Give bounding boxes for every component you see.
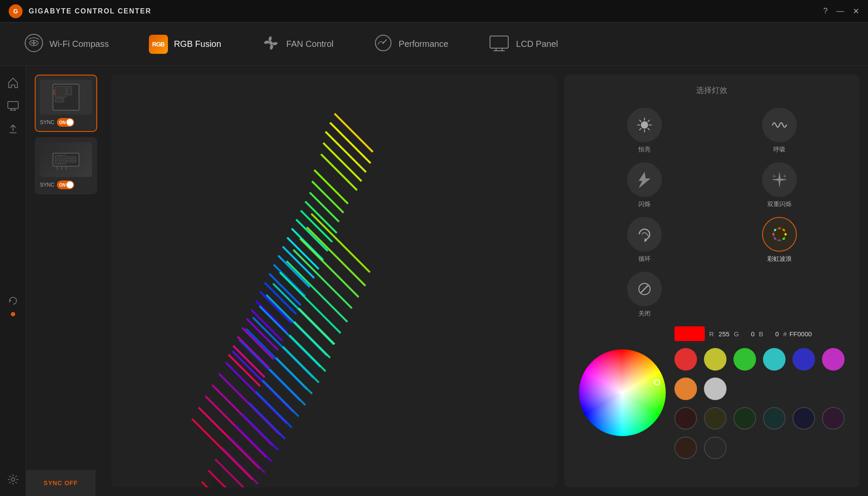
rainbow-visualization <box>111 75 557 487</box>
effect-off[interactable]: 关闭 <box>583 272 705 318</box>
color-wheel-container[interactable] <box>579 349 666 436</box>
effect-double-flash-btn[interactable] <box>762 162 797 197</box>
nav-fan[interactable]: FAN Control <box>254 29 341 59</box>
svg-line-83 <box>208 470 244 487</box>
app-logo: G <box>9 4 23 18</box>
effect-flash[interactable]: 闪烁 <box>583 162 705 208</box>
nav-performance[interactable]: Performance <box>367 29 456 59</box>
minimize-button[interactable]: — <box>836 7 844 16</box>
gpu-image <box>40 142 92 177</box>
svg-line-74 <box>269 369 305 405</box>
effect-breathing-label: 呼吸 <box>773 146 786 154</box>
effect-off-btn[interactable] <box>627 272 662 306</box>
gpu-toggle-label: ON <box>59 183 66 187</box>
sidebar-monitor[interactable] <box>3 96 23 115</box>
bright-swatch-7[interactable] <box>704 378 727 400</box>
sync-off-button[interactable]: SYNC OFF <box>44 480 78 486</box>
effect-constant[interactable]: 恒亮 <box>583 108 705 154</box>
dark-swatch-4[interactable] <box>792 407 815 430</box>
nav-lcd[interactable]: LCD Panel <box>481 29 565 59</box>
effect-rainbow-btn[interactable] <box>762 217 797 252</box>
svg-point-95 <box>778 227 780 230</box>
motherboard-toggle[interactable]: ON <box>57 118 74 127</box>
effect-double-flash[interactable]: 双重闪烁 <box>718 162 840 208</box>
bright-swatch-5[interactable] <box>822 348 845 371</box>
wifi-icon <box>24 33 43 55</box>
bright-swatch-6[interactable] <box>674 378 697 400</box>
dark-swatch-2[interactable] <box>733 407 756 430</box>
b-value[interactable]: 0 <box>766 330 779 338</box>
control-panel: 选择灯效 <box>564 75 859 487</box>
g-field: G 0 <box>734 330 755 338</box>
rgb-inputs: R 255 G 0 B 0 # FF0000 <box>674 326 845 459</box>
performance-icon <box>374 33 393 55</box>
b-field: B 0 <box>759 330 779 338</box>
r-value[interactable]: 255 <box>717 330 730 338</box>
fan-icon <box>261 33 280 55</box>
sidebar-update[interactable] <box>3 120 23 139</box>
nav-rgb[interactable]: RGB RGB Fusion <box>142 30 228 58</box>
nav-wifi[interactable]: Wi-Fi Compass <box>17 29 116 59</box>
bright-swatch-4[interactable] <box>792 348 815 371</box>
content-area: SYNC ON <box>26 66 868 496</box>
notification-dot <box>11 312 15 316</box>
color-wheel[interactable] <box>579 349 666 436</box>
effect-constant-btn[interactable] <box>627 108 662 142</box>
hex-value[interactable]: FF0000 <box>789 330 812 338</box>
close-button[interactable]: ✕ <box>853 7 859 16</box>
sync-off-bar[interactable]: SYNC OFF <box>26 470 95 496</box>
nav-performance-label: Performance <box>399 39 449 49</box>
effects-grid: 恒亮 呼吸 <box>575 108 849 318</box>
svg-point-85 <box>641 122 648 128</box>
gpu-sync-label: SYNC <box>40 182 54 188</box>
effect-double-flash-label: 双重闪烁 <box>767 200 792 208</box>
dark-swatch-5[interactable] <box>822 407 845 430</box>
sidebar-home[interactable] <box>3 73 23 92</box>
dark-swatches <box>674 407 845 459</box>
svg-line-43 <box>256 301 287 332</box>
svg-point-7 <box>11 478 15 481</box>
device-gpu[interactable]: SYNC ON <box>35 137 97 194</box>
bright-swatches <box>674 348 845 400</box>
dark-swatch-7[interactable] <box>704 437 727 459</box>
dark-swatch-3[interactable] <box>763 407 786 430</box>
effect-rainbow-label: 彩虹波浪 <box>767 255 792 263</box>
effect-cycle[interactable]: 循环 <box>583 217 705 263</box>
effect-constant-label: 恒亮 <box>638 146 651 154</box>
motherboard-image <box>40 80 92 115</box>
sidebar-settings[interactable] <box>3 470 23 489</box>
help-button[interactable]: ? <box>823 7 828 16</box>
svg-point-18 <box>59 158 62 161</box>
svg-line-72 <box>283 347 319 383</box>
b-label: B <box>759 330 763 338</box>
effect-flash-btn[interactable] <box>627 162 662 197</box>
nav-rgb-label: RGB Fusion <box>174 39 221 49</box>
sidebar-refresh[interactable] <box>3 291 23 310</box>
device-motherboard[interactable]: SYNC ON <box>35 75 97 132</box>
effect-rainbow[interactable]: 彩虹波浪 <box>718 217 840 263</box>
svg-line-75 <box>263 380 299 416</box>
svg-line-79 <box>236 425 272 461</box>
toggle-knob-gpu <box>66 181 73 188</box>
svg-line-32 <box>305 201 337 233</box>
svg-line-70 <box>294 322 330 358</box>
g-value[interactable]: 0 <box>742 330 755 338</box>
svg-line-90 <box>639 120 641 122</box>
bright-swatch-2[interactable] <box>733 348 756 371</box>
gpu-toggle[interactable]: ON <box>57 181 74 189</box>
r-label: R <box>709 330 714 338</box>
dark-swatch-1[interactable] <box>704 407 727 430</box>
svg-point-100 <box>774 238 776 240</box>
dark-swatch-6[interactable] <box>674 437 697 459</box>
bright-swatch-1[interactable] <box>704 348 727 371</box>
effect-cycle-btn[interactable] <box>627 217 662 252</box>
bright-swatch-3[interactable] <box>763 348 786 371</box>
bright-swatch-0[interactable] <box>674 348 697 371</box>
dark-swatch-0[interactable] <box>674 407 697 430</box>
effect-breathing[interactable]: 呼吸 <box>718 108 840 154</box>
motherboard-sync-label: SYNC <box>40 119 54 125</box>
svg-point-4 <box>382 42 384 44</box>
effect-breathing-btn[interactable] <box>762 108 797 142</box>
svg-line-55 <box>280 272 341 333</box>
svg-line-78 <box>242 414 278 450</box>
